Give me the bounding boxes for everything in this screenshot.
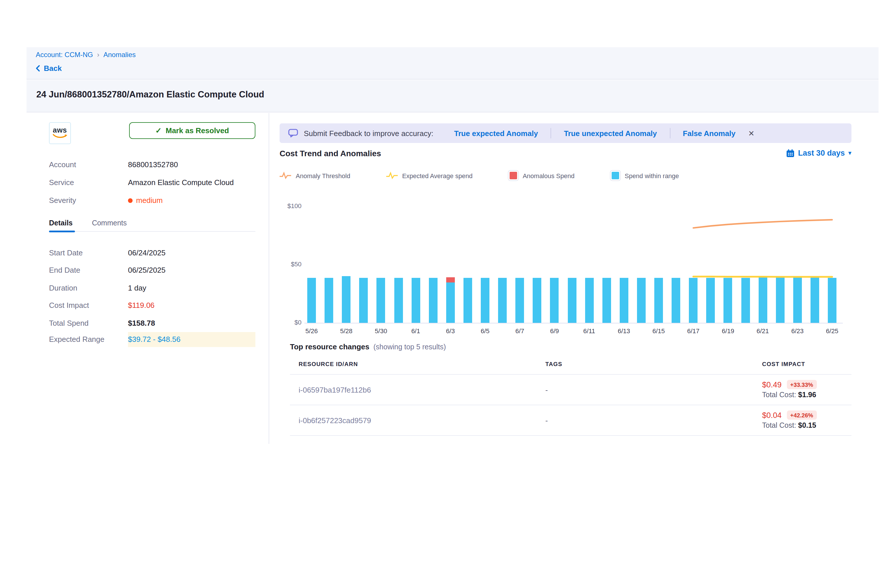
legend-expected-average: Expected Average spend (386, 171, 472, 180)
table-row[interactable]: i-06597ba197fe112b6 - $0.49 +33.33% Tota… (290, 375, 852, 405)
mark-as-resolved-button[interactable]: ✓ Mark as Resolved (129, 122, 255, 139)
feedback-divider (550, 128, 551, 138)
resource-id: i-06597ba197fe112b6 (298, 386, 545, 394)
panel-divider (268, 113, 269, 444)
column-resource-id: RESOURCE ID/ARN (298, 361, 545, 367)
bar[interactable] (307, 278, 316, 323)
bar[interactable] (776, 278, 784, 323)
chart-legend: Anomaly Threshold Expected Average spend… (280, 171, 715, 180)
x-axis-label: 6/13 (612, 327, 636, 334)
legend-anomalous-spend: Anomalous Spend (508, 171, 574, 180)
active-tab-underline (49, 231, 75, 232)
column-cost-impact: COST IMPACT (762, 361, 852, 367)
severity-dot-icon (128, 198, 133, 202)
tabs-divider (49, 231, 255, 232)
x-axis-label: 6/15 (647, 327, 670, 334)
breadcrumb-anomalies-link[interactable]: Anomalies (104, 51, 136, 59)
bar[interactable] (324, 278, 333, 323)
feedback-option-true-unexpected[interactable]: True unexpected Anomaly (564, 129, 657, 138)
total-cost: Total Cost: $0.15 (762, 422, 816, 429)
bar[interactable] (758, 278, 767, 323)
x-axis-label: 6/11 (578, 327, 601, 334)
resource-cost-cell: $0.49 +33.33% Total Cost: $1.96 (762, 380, 852, 399)
start-date-value: 06/24/2025 (128, 249, 255, 257)
total-spend-row: Total Spend $158.78 (49, 314, 255, 332)
x-axis-label: 6/21 (751, 327, 774, 334)
table-row[interactable]: i-0b6f257223cad9579 - $0.04 +42.26% Tota… (290, 405, 852, 436)
bar[interactable] (689, 278, 698, 323)
bar[interactable] (359, 278, 368, 323)
speech-bubble-icon (288, 129, 298, 138)
resources-title: Top resource changes (290, 342, 369, 351)
bar[interactable] (550, 278, 559, 323)
x-axis-label: 6/7 (508, 327, 531, 334)
expected-range-value: $39.72 - $48.56 (128, 332, 255, 347)
x-axis-label: 6/1 (404, 327, 427, 334)
close-icon[interactable]: ✕ (748, 129, 754, 138)
severity-label: Severity (49, 196, 128, 205)
legend-spend-within-range: Spend within range (610, 171, 679, 180)
bar[interactable] (533, 278, 542, 323)
service-value: Amazon Elastic Compute Cloud (128, 178, 255, 187)
bar[interactable] (342, 276, 351, 323)
cost-impact-row: Cost Impact $119.06 (49, 297, 255, 314)
cost-impact-value: $119.06 (128, 301, 255, 310)
account-row: Account 868001352780 (49, 156, 255, 174)
header-band: Account: CCM-NG › Anomalies Back (27, 47, 879, 80)
bar[interactable] (828, 278, 837, 323)
cost-impact-label: Cost Impact (49, 301, 128, 310)
change-percent-badge: +33.33% (787, 380, 817, 389)
expected-range-row: Expected Range $39.72 - $48.56 (49, 332, 255, 347)
bar[interactable] (515, 278, 524, 323)
x-axis-label: 5/26 (300, 327, 323, 334)
bar[interactable] (672, 278, 680, 323)
feedback-option-true-expected[interactable]: True expected Anomaly (454, 129, 538, 138)
resource-id: i-0b6f257223cad9579 (298, 416, 545, 424)
details-list: Start Date 06/24/2025 End Date 06/25/202… (49, 244, 255, 347)
back-button[interactable]: Back (35, 64, 62, 73)
breadcrumb: Account: CCM-NG › Anomalies (36, 51, 136, 59)
cost-impact-amount: $0.49 (762, 380, 782, 389)
x-axis-label: 5/28 (334, 327, 358, 334)
feedback-prompt: Submit Feedback to improve accuracy: (304, 129, 433, 138)
expected-range-label: Expected Range (49, 335, 128, 344)
chart-plot (307, 206, 837, 323)
severity-value: medium (136, 196, 163, 205)
resource-tags: - (545, 416, 762, 424)
feedback-option-false-anomaly[interactable]: False Anomaly (683, 129, 736, 138)
chevron-left-icon (35, 64, 41, 72)
bar[interactable] (724, 278, 732, 323)
total-spend-label: Total Spend (49, 319, 128, 327)
bar[interactable] (793, 278, 802, 323)
bar[interactable] (654, 278, 663, 323)
y-axis-tick: $100 (280, 202, 302, 209)
date-range-picker[interactable]: Last 30 days ▾ (787, 149, 852, 158)
resource-tags: - (545, 386, 762, 394)
bar[interactable] (411, 278, 420, 323)
x-axis-label: 6/25 (820, 327, 844, 334)
bar[interactable] (706, 278, 715, 323)
bar[interactable] (498, 278, 507, 323)
blue-square-icon (610, 171, 620, 180)
bar[interactable] (810, 277, 819, 323)
bar[interactable] (464, 278, 472, 323)
bar[interactable] (602, 278, 611, 323)
bar[interactable] (377, 278, 386, 323)
bar[interactable] (481, 278, 489, 323)
tab-details[interactable]: Details (49, 219, 73, 227)
bar[interactable] (741, 278, 750, 323)
breadcrumb-account-link[interactable]: Account: CCM-NG (36, 51, 93, 59)
tab-comments[interactable]: Comments (92, 219, 127, 227)
bar[interactable] (620, 278, 628, 323)
end-date-label: End Date (49, 266, 128, 275)
bar[interactable] (446, 277, 455, 323)
page-title: 24 Jun/868001352780/Amazon Elastic Compu… (36, 89, 264, 100)
bar[interactable] (429, 278, 437, 323)
bar[interactable] (567, 278, 576, 323)
bar[interactable] (637, 278, 646, 323)
x-axis-label: 6/23 (786, 327, 809, 334)
bar[interactable] (394, 278, 403, 323)
bar[interactable] (585, 278, 594, 323)
red-square-icon (508, 171, 518, 180)
duration-row: Duration 1 day (49, 279, 255, 297)
